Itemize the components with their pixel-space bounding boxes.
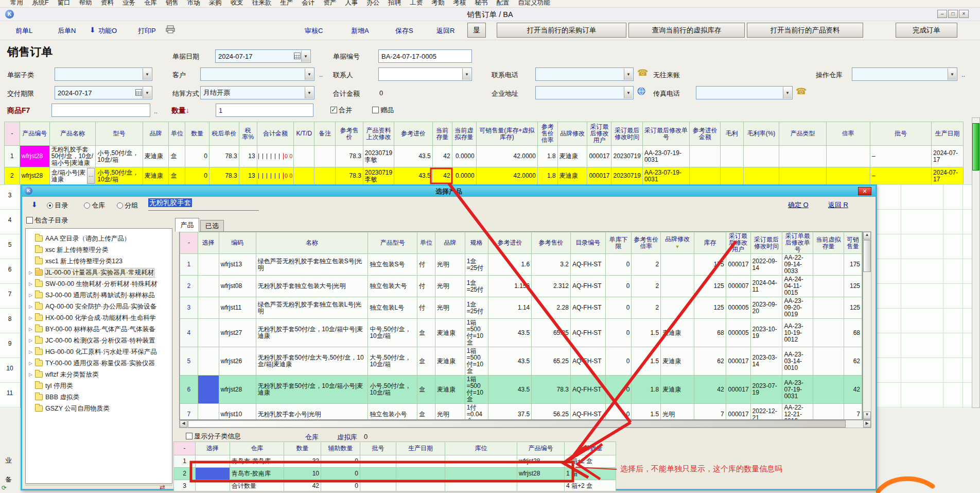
chevron-down-icon[interactable]: ▼ xyxy=(305,69,313,80)
tree-item[interactable]: ▷wflzf 未分类暂放类 xyxy=(26,369,172,380)
doc-no-field[interactable]: BA-24-07-17-0005 xyxy=(378,49,472,63)
cell[interactable]: 合计数量 xyxy=(230,480,284,491)
table-row[interactable]: 4wfrjst27无粉乳胶手套50付/盒，10盒/箱中号|麦迪康中号,50付/盒… xyxy=(180,319,862,347)
show-subclass-checkbox[interactable]: 显示分子类信息 xyxy=(186,432,241,441)
radio-icon[interactable] xyxy=(117,202,123,209)
cell[interactable]: 麦迪康 xyxy=(661,319,694,347)
cell[interactable]: 1.8 xyxy=(537,146,557,167)
cell[interactable]: wfrjst28 xyxy=(20,167,49,185)
column-header[interactable]: 单库下限 xyxy=(605,232,632,254)
cell[interactable]: 无粉乳胶手套50付/盒大号,50付/盒，10盒/箱|麦迪康 xyxy=(256,347,368,376)
expand-icon[interactable]: ▷ xyxy=(29,338,34,343)
column-header[interactable]: 品牌修改 ▼ xyxy=(661,232,694,254)
cell[interactable]: 43.5 xyxy=(488,376,532,404)
column-header[interactable]: 库位 xyxy=(445,442,517,455)
address-select[interactable]: ▼ xyxy=(535,86,634,99)
row-number[interactable]: 10 xyxy=(0,365,20,372)
cell[interactable] xyxy=(813,376,844,404)
expand-icon[interactable]: ▷ xyxy=(29,349,34,354)
cell[interactable]: 0 xyxy=(605,254,632,276)
column-header[interactable]: 采订最后修改时间 xyxy=(750,232,782,254)
cell[interactable] xyxy=(196,455,230,468)
column-header[interactable]: 当前存量 xyxy=(432,122,452,146)
cell[interactable] xyxy=(360,455,396,468)
minimize-button[interactable]: – xyxy=(937,10,947,18)
cell[interactable]: wfrjst28 xyxy=(517,455,565,468)
expand-icon[interactable]: ▷ xyxy=(29,361,34,366)
scroll-left-icon[interactable]: ◀ xyxy=(180,420,187,428)
cell[interactable]: wfrjst28 xyxy=(20,146,49,167)
expand-icon[interactable]: ▷ xyxy=(29,372,34,377)
phone-icon[interactable]: ☎ xyxy=(796,87,807,96)
column-header[interactable]: 产品编号 xyxy=(517,442,565,455)
cell[interactable] xyxy=(517,480,565,491)
cell[interactable] xyxy=(198,376,219,404)
table-row[interactable]: 1wfrjst28无粉乳胶手套50付/盒，10盒/箱小号|麦迪康小号,50付/盒… xyxy=(5,146,964,167)
gift-checkbox[interactable]: 赠品 xyxy=(372,106,394,115)
cell[interactable] xyxy=(314,167,336,185)
cell[interactable] xyxy=(445,455,517,468)
cell[interactable]: 大号,50付/盒，10盒/箱 xyxy=(368,347,417,376)
search-input[interactable]: 无粉乳胶手套 xyxy=(148,198,259,211)
cell[interactable]: 绿色芦荟无粉乳胶手套独立包装L号|光明 xyxy=(256,297,368,319)
column-header[interactable]: 采订最后修改单号 xyxy=(642,122,689,146)
menu-item[interactable]: 会计 xyxy=(302,0,314,7)
cell[interactable] xyxy=(198,297,219,319)
menu-item[interactable]: 采购 xyxy=(209,0,222,7)
tab-selected[interactable]: 已选 xyxy=(200,220,224,232)
cell[interactable] xyxy=(198,276,219,297)
cell[interactable]: 0 xyxy=(605,297,632,319)
cell[interactable]: 42 xyxy=(844,376,862,404)
cell[interactable] xyxy=(198,319,219,347)
column-header[interactable]: 选择 xyxy=(198,232,219,254)
printer-icon[interactable] xyxy=(166,25,175,35)
phone-icon[interactable]: ☎ xyxy=(637,69,648,77)
cell[interactable]: 1 箱 xyxy=(565,468,616,480)
cell[interactable]: 2 xyxy=(174,468,196,480)
cell[interactable]: 1付=0.04盒 xyxy=(465,404,488,420)
dialog-hscrollbar[interactable]: ◀ ▶ xyxy=(179,420,871,428)
column-header[interactable]: 可销售量(库存+虚拟库存) xyxy=(476,122,537,146)
cell[interactable]: 000005 xyxy=(726,319,750,347)
cell[interactable]: 光明 xyxy=(435,254,465,276)
cell[interactable]: 付 xyxy=(417,297,435,319)
dialog-title-bar[interactable]: K 选择产品 ✕ xyxy=(22,186,876,197)
column-header[interactable]: K/T/D xyxy=(294,122,314,146)
cell[interactable]: 43.5 xyxy=(488,347,532,376)
column-header[interactable]: 参考售价倍率 xyxy=(537,122,557,146)
table-row[interactable]: 1青岛市-黄岛库320wfrjst283 箱+2 盒 xyxy=(174,455,616,468)
cell[interactable]: 7 xyxy=(694,404,726,420)
save-button[interactable]: 保存S xyxy=(395,26,413,36)
cell[interactable]: 20230719 xyxy=(611,146,642,167)
table-row[interactable]: 6wfrjst28无粉乳胶手套50付/盒，10盒/箱小号|麦迪康小号,50付/盒… xyxy=(180,376,862,404)
open-purchase-order-button[interactable]: 打开当前行的采购订单 xyxy=(497,23,626,38)
audit-button[interactable]: 审核C xyxy=(305,26,323,36)
cell[interactable] xyxy=(661,297,694,319)
menu-item[interactable]: 人事 xyxy=(345,0,358,7)
tree-item[interactable]: AAA 空目录（请勿上传产品） xyxy=(26,233,172,244)
tree-item[interactable]: ▷TY-00-00 通用仪器·称量仪器·实验仪器 xyxy=(26,358,172,369)
table-row[interactable]: 1wfrjst13绿色芦荟无粉乳胶手套独立包装S号|光明独立包装S号付光明1盒=… xyxy=(180,254,862,276)
menu-item[interactable]: 办公 xyxy=(366,0,379,7)
cell[interactable]: 2.28 xyxy=(532,297,571,319)
cell[interactable] xyxy=(360,468,396,480)
cell[interactable]: 1箱=500付=10盒 xyxy=(465,347,488,376)
cell[interactable]: 麦迪康 xyxy=(143,167,169,185)
cell[interactable]: 000017 xyxy=(587,167,611,185)
column-header[interactable]: 参考售价 xyxy=(336,122,363,146)
cell[interactable]: 2 xyxy=(5,167,20,185)
cell[interactable]: AQ-FH-ST xyxy=(570,319,605,347)
cell[interactable]: AA-23-07-19-0031 xyxy=(642,146,689,167)
cell[interactable]: 0.0000 xyxy=(452,167,476,185)
open-product-info-button[interactable]: 打开当前行的产品资料 xyxy=(747,23,863,38)
chevron-down-icon[interactable]: ▼ xyxy=(948,69,956,80)
menu-item[interactable]: 常用 xyxy=(10,0,23,7)
vertical-scrollbar[interactable] xyxy=(972,117,980,408)
row-number[interactable]: 8 xyxy=(0,315,20,322)
scroll-up-icon[interactable]: ▲ xyxy=(863,232,871,240)
cell[interactable]: 0 xyxy=(321,480,360,491)
cell[interactable]: 3 xyxy=(180,297,198,319)
column-header[interactable]: 品牌修改 xyxy=(557,122,587,146)
menu-item[interactable]: 帮助 xyxy=(79,0,92,7)
ellipsis-button[interactable]: … xyxy=(87,168,95,184)
